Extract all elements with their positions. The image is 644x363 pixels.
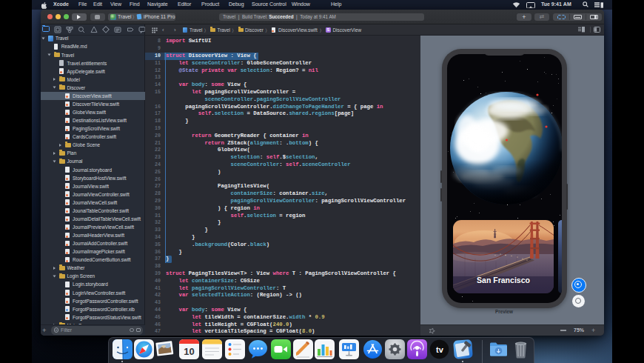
svg-text:tv: tv <box>436 345 444 354</box>
svg-text:10: 10 <box>184 345 194 356</box>
